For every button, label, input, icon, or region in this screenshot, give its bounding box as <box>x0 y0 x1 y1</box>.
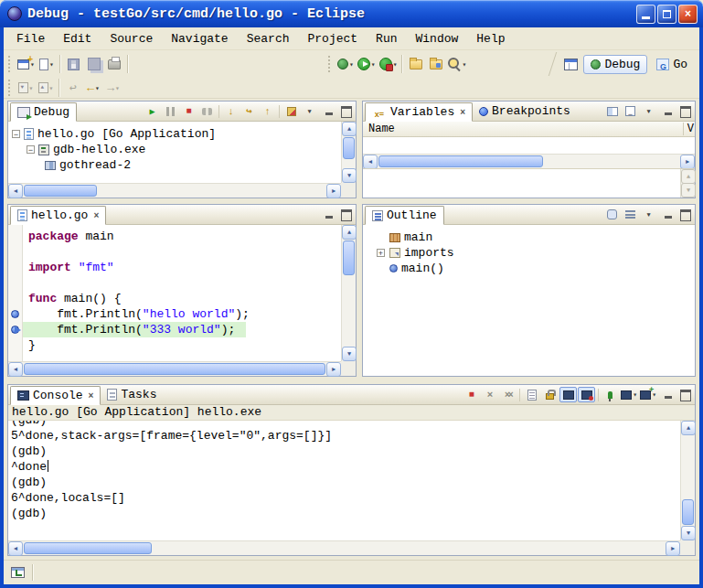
debug-tree[interactable]: − hello.go [Go Application] − gdb-hello.… <box>8 122 341 183</box>
menu-window[interactable]: Window <box>407 29 468 48</box>
scroll-right-button[interactable]: ► <box>326 184 341 198</box>
close-tab-icon[interactable]: × <box>89 391 94 401</box>
terminate-button[interactable]: ■ <box>463 387 480 402</box>
fast-view-button[interactable] <box>11 567 25 578</box>
debug-tree-item[interactable]: − gdb-hello.exe <box>8 142 341 157</box>
print-button[interactable] <box>104 53 124 75</box>
menu-navigate[interactable]: Navigate <box>162 29 237 48</box>
maximize-view-button[interactable] <box>678 105 692 117</box>
debug-view-menu-button[interactable]: ▼ <box>301 103 318 119</box>
close-button[interactable]: × <box>678 5 698 24</box>
scrollbar-thumb[interactable] <box>24 542 152 554</box>
editor-gutter[interactable] <box>8 225 23 361</box>
scroll-down-button[interactable]: ▼ <box>342 347 357 361</box>
display-selected-console-button[interactable]: ▾ <box>620 387 638 402</box>
open-resource-button[interactable] <box>426 53 446 75</box>
scroll-up-button[interactable]: ▲ <box>681 421 696 435</box>
scroll-right-button[interactable]: ► <box>680 155 695 169</box>
scroll-down-button[interactable]: ▼ <box>342 168 357 183</box>
maximize-view-button[interactable] <box>339 208 353 220</box>
step-into-button[interactable]: ↓ <box>222 103 240 119</box>
horizontal-scrollbar[interactable]: ◄ ► <box>363 154 695 168</box>
scroll-down-button[interactable]: ▼ <box>681 526 696 540</box>
breakpoints-tab[interactable]: Breakpoints <box>473 102 577 121</box>
open-console-button[interactable]: ▾ <box>639 387 657 402</box>
outline-item[interactable]: main() <box>376 261 695 276</box>
minimize-view-button[interactable] <box>662 208 676 220</box>
scrollbar-thumb[interactable] <box>343 137 355 159</box>
debug-button[interactable]: ▾ <box>336 53 356 75</box>
editor-tab[interactable]: hello.go × <box>10 206 106 225</box>
scrollbar-thumb[interactable] <box>682 499 694 525</box>
step-filters-button[interactable] <box>282 103 300 119</box>
tasks-tab[interactable]: Tasks <box>101 385 163 404</box>
console-output[interactable]: (gdb) 5^done,stack-args=[frame={level="0… <box>8 421 680 540</box>
horizontal-scrollbar[interactable]: ◄ ► <box>8 540 680 555</box>
perspective-debug-button[interactable]: Debug <box>583 55 647 74</box>
outline-tab[interactable]: Outline <box>365 206 444 225</box>
show-console-on-stdout-button[interactable] <box>559 387 577 402</box>
save-button[interactable] <box>64 53 84 75</box>
dropdown-icon[interactable]: ▾ <box>393 60 398 69</box>
scroll-left-button[interactable]: ◄ <box>363 155 378 169</box>
scrollbar-thumb[interactable] <box>343 241 355 275</box>
maximize-view-button[interactable] <box>339 105 353 117</box>
minimize-button[interactable] <box>636 5 655 24</box>
open-folder-button[interactable] <box>406 53 426 75</box>
scrollbar-thumb[interactable] <box>24 363 325 375</box>
dropdown-icon[interactable]: ▾ <box>29 84 34 92</box>
suspend-button[interactable] <box>162 103 179 119</box>
value-column-header[interactable]: V <box>683 123 694 135</box>
toolbar-grip[interactable] <box>8 80 13 96</box>
clear-console-button[interactable] <box>523 387 540 402</box>
variables-tree[interactable] <box>363 137 695 154</box>
debug-tree-item[interactable]: − hello.go [Go Application] <box>8 126 341 142</box>
prev-annotation-button[interactable]: ▾ <box>36 77 56 99</box>
next-annotation-button[interactable]: ▾ <box>16 77 36 99</box>
name-column-header[interactable]: Name <box>368 123 395 135</box>
debug-tree-item[interactable]: gothread-2 <box>8 157 341 173</box>
debug-view-tab[interactable]: Debug <box>10 102 77 122</box>
toolbar-grip[interactable] <box>8 56 13 72</box>
dropdown-icon[interactable]: ▾ <box>633 390 637 399</box>
new-file-button[interactable]: ▾ <box>37 53 57 75</box>
close-tab-icon[interactable]: × <box>460 108 465 117</box>
external-tools-button[interactable]: ▾ <box>378 53 399 75</box>
vertical-scrollbar[interactable]: ▲ ▼ <box>341 225 356 361</box>
maximize-button[interactable] <box>657 5 676 24</box>
back-button[interactable]: ←▾ <box>83 77 103 99</box>
scroll-lock-button[interactable] <box>541 387 559 402</box>
console-tab[interactable]: Console × <box>10 386 101 405</box>
menu-search[interactable]: Search <box>238 29 299 48</box>
menu-project[interactable]: Project <box>298 29 367 48</box>
sort-button[interactable] <box>622 207 639 222</box>
scroll-right-button[interactable]: ► <box>326 362 341 377</box>
dropdown-icon[interactable]: ▾ <box>349 60 354 69</box>
scrollbar-thumb[interactable] <box>378 155 543 167</box>
scroll-left-button[interactable]: ◄ <box>8 184 23 198</box>
collapse-all-button[interactable] <box>622 103 639 119</box>
show-type-names-button[interactable] <box>603 103 621 119</box>
vertical-scrollbar[interactable]: ▲ ▼ <box>341 122 356 183</box>
outline-tree[interactable]: main + imports main() <box>363 225 695 361</box>
terminate-button[interactable]: ■ <box>180 103 197 119</box>
remove-launch-button[interactable]: × <box>481 387 498 402</box>
step-return-button[interactable]: ↑ <box>259 103 276 119</box>
minimize-view-button[interactable] <box>323 208 336 220</box>
variables-view-menu-button[interactable]: ▼ <box>640 103 657 119</box>
scroll-left-button[interactable]: ◄ <box>8 362 23 377</box>
menu-edit[interactable]: Edit <box>54 29 101 48</box>
dropdown-icon[interactable]: ▾ <box>115 84 120 92</box>
scroll-right-button[interactable]: ► <box>666 541 680 556</box>
search-button[interactable]: ▾ <box>446 53 468 75</box>
link-with-editor-button[interactable] <box>603 207 621 222</box>
vertical-scrollbar[interactable]: ▲ ▼ <box>680 421 695 540</box>
menu-run[interactable]: Run <box>367 29 406 48</box>
run-button[interactable]: ▾ <box>356 53 378 75</box>
last-edit-location-button[interactable]: ↩ <box>63 77 83 99</box>
open-perspective-button[interactable] <box>560 53 581 75</box>
show-console-on-stderr-button[interactable] <box>578 387 595 402</box>
outline-item[interactable]: + imports <box>376 245 695 261</box>
breakpoint-icon[interactable] <box>11 310 19 318</box>
new-wizard-button[interactable]: ▾ <box>16 53 37 75</box>
